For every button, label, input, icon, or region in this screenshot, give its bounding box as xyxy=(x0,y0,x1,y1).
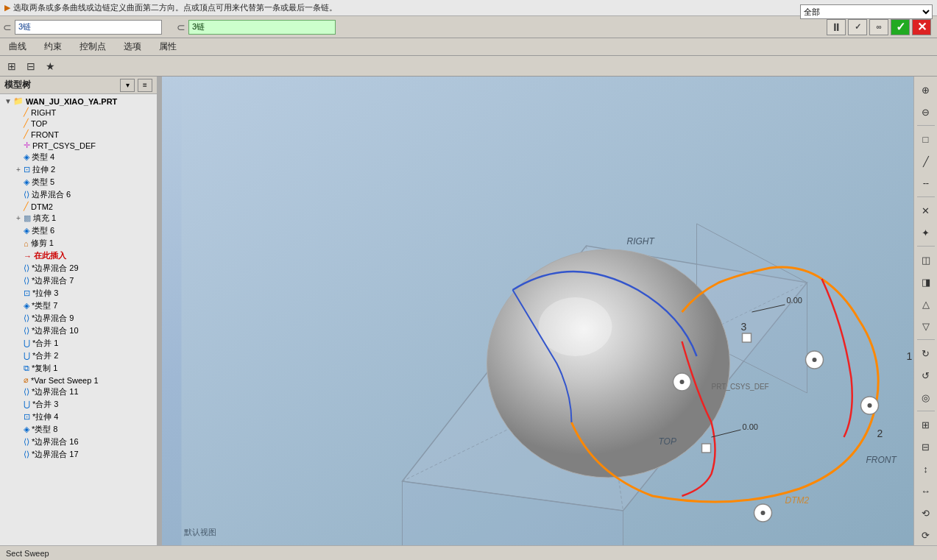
rt-collapse[interactable]: ⊟ xyxy=(916,436,936,457)
tree-item-extrude3[interactable]: ⊡ *拉伸 3 xyxy=(0,287,157,300)
tree-item-blend16[interactable]: ⟨⟩ *边界混合 16 xyxy=(0,436,157,448)
tree-item-blend11[interactable]: ⟨⟩ *边界混合 11 xyxy=(0,386,157,398)
viewport[interactable]: 1 2 3 0.00 0.00 RIGHT TOP FRONT DTM2 PRT… xyxy=(162,77,937,560)
tree-item-blend17[interactable]: ⟨⟩ *边界混合 17 xyxy=(0,448,157,461)
rt-zoom-in[interactable]: ⊕ xyxy=(916,79,936,100)
menu-properties[interactable]: 属性 xyxy=(156,39,180,54)
tree-item-top[interactable]: ╱ TOP xyxy=(0,118,157,129)
svg-text:TOP: TOP xyxy=(659,436,676,447)
rt-redo[interactable]: ⟳ xyxy=(916,525,936,545)
tree-item-fill1[interactable]: +▩ 填充 1 xyxy=(0,212,157,224)
svg-text:FRONT: FRONT xyxy=(866,455,898,465)
tree-item-merge3[interactable]: ⋃ *合并 3 xyxy=(0,398,157,411)
rt-cross[interactable]: ✕ xyxy=(916,200,936,221)
tree-icon-type5: ◈ xyxy=(24,177,29,187)
tree-item-blend9[interactable]: ⟨⟩ *边界混合 9 xyxy=(0,312,157,325)
status-text: Sect Sweep xyxy=(6,549,49,558)
tree-icon-blend16: ⟨⟩ xyxy=(24,437,29,447)
rt-rotate-ccw[interactable]: ↺ xyxy=(916,365,936,386)
chain2-group: ⊂ xyxy=(177,20,336,35)
global-filter[interactable]: 全部 xyxy=(800,4,933,19)
tree-item-blend10[interactable]: ⟨⟩ *边界混合 10 xyxy=(0,325,157,337)
tree-item-blend7[interactable]: ⟨⟩ *边界混合 7 xyxy=(0,274,157,287)
tree-icon-sweep1: ⌀ xyxy=(24,375,29,385)
rt-triangle-down[interactable]: ▽ xyxy=(916,316,936,336)
rt-rotate-cw[interactable]: ↻ xyxy=(916,343,936,364)
tree-item-type8[interactable]: ◈ *类型 8 xyxy=(0,423,157,436)
tree-item-merge2[interactable]: ⋃ *合并 2 xyxy=(0,350,157,362)
rt-rect[interactable]: □ xyxy=(916,129,936,149)
tree-settings-btn[interactable]: ▾ xyxy=(120,79,135,92)
tree-item-type4[interactable]: ◈ 类型 4 xyxy=(0,151,157,163)
tree-item-merge1[interactable]: ⋃ *合并 1 xyxy=(0,337,157,350)
rt-triangle-up[interactable]: △ xyxy=(916,294,936,314)
instruction-text: 选取两条或多条曲线或边链定义曲面第二方向。点或顶点可用来代替第一条或最后一条链。 xyxy=(13,2,337,13)
tree-item-right[interactable]: ╱ RIGHT xyxy=(0,107,157,118)
tree-icon-fill1: ▩ xyxy=(24,213,31,223)
tree-item-trim1[interactable]: ⌂ 修剪 1 xyxy=(0,237,157,249)
rt-reset[interactable]: ⟲ xyxy=(916,503,936,523)
rt-plane-remove[interactable]: ◨ xyxy=(916,272,936,292)
rt-dashed[interactable]: ╌ xyxy=(916,173,936,194)
svg-point-11 xyxy=(813,358,817,362)
tree-item-front[interactable]: ╱ FRONT xyxy=(0,129,157,140)
check2-button[interactable]: ∞ xyxy=(869,19,888,35)
tree-icon-blend29: ⟨⟩ xyxy=(24,263,29,273)
confirm-button[interactable]: ✓ xyxy=(891,19,910,35)
svg-text:RIGHT: RIGHT xyxy=(627,236,656,247)
rt-divider-2 xyxy=(917,196,935,197)
model-tree-body[interactable]: ▼ 📁 WAN_JU_XIAO_YA.PRT ╱ RIGHT╱ TOP╱ FRO… xyxy=(0,94,157,560)
tree-icon-blend17: ⟨⟩ xyxy=(24,450,29,459)
rt-expand[interactable]: ⊞ xyxy=(916,414,936,435)
rt-divider-1 xyxy=(917,125,935,126)
tree-label-blend11: *边界混合 11 xyxy=(32,386,79,397)
tree-item-blend29[interactable]: ⟨⟩ *边界混合 29 xyxy=(0,262,157,274)
check1-button[interactable]: ✓ xyxy=(848,19,867,35)
tree-item-dtm2[interactable]: ╱ DTM2 xyxy=(0,201,157,212)
rt-target[interactable]: ◎ xyxy=(916,387,936,408)
rt-plane-add[interactable]: ◫ xyxy=(916,249,936,270)
tree-item-type7[interactable]: ◈ *类型 7 xyxy=(0,300,157,312)
chain1-input[interactable] xyxy=(15,20,162,35)
tree-root[interactable]: ▼ 📁 WAN_JU_XIAO_YA.PRT xyxy=(0,96,157,107)
cancel-button[interactable]: ✕ xyxy=(912,19,931,35)
tree-label-blend16: *边界混合 16 xyxy=(32,436,79,447)
menu-options[interactable]: 选项 xyxy=(121,39,144,54)
tree-item-extrude2[interactable]: +⊡ 拉伸 2 xyxy=(0,163,157,176)
tree-label-extrude2: 拉伸 2 xyxy=(32,164,55,175)
tree-icon-copy1: ⧉ xyxy=(24,364,29,373)
svg-point-13 xyxy=(868,403,872,408)
tree-icon-type4: ◈ xyxy=(24,152,29,162)
menu-constraints[interactable]: 约束 xyxy=(41,39,65,54)
rt-arrows-h[interactable]: ↔ xyxy=(916,481,936,501)
tb-icon-star[interactable]: ★ xyxy=(41,57,59,75)
rt-zoom-out[interactable]: ⊖ xyxy=(916,102,936,122)
tree-item-prt_csys_def[interactable]: ✛ PRT_CSYS_DEF xyxy=(0,140,157,151)
tree-item-inserthere[interactable]: → 在此插入 xyxy=(0,249,157,262)
svg-point-15 xyxy=(761,511,765,515)
tree-icon-dtm2: ╱ xyxy=(24,202,29,211)
tree-icon-right: ╱ xyxy=(24,107,29,117)
menu-control-points[interactable]: 控制点 xyxy=(77,39,109,54)
tb-icon-plane[interactable]: ⊟ xyxy=(22,57,40,75)
pause-button[interactable]: ⏸ xyxy=(827,19,846,35)
rt-star-plus[interactable]: ✦ xyxy=(916,222,936,243)
rt-arrows-v[interactable]: ↕ xyxy=(916,458,936,479)
tree-label-merge2: *合并 2 xyxy=(32,350,58,361)
tree-filter-btn[interactable]: ≡ xyxy=(138,79,152,92)
tb-icon-grid[interactable]: ⊞ xyxy=(3,57,21,75)
tree-item-sweep1[interactable]: ⌀ *Var Sect Sweep 1 xyxy=(0,375,157,386)
tree-item-blend6[interactable]: ⟨⟩ 边界混合 6 xyxy=(0,188,157,201)
tree-label-right: RIGHT xyxy=(31,108,56,117)
tree-label-blend7: *边界混合 7 xyxy=(32,275,74,286)
svg-text:2: 2 xyxy=(877,428,883,439)
chain2-input[interactable] xyxy=(188,20,336,35)
menu-curves[interactable]: 曲线 xyxy=(6,39,29,54)
tree-item-copy1[interactable]: ⧉ *复制 1 xyxy=(0,362,157,375)
tree-label-extrude4: *拉伸 4 xyxy=(32,411,58,422)
tree-item-type6[interactable]: ◈ 类型 6 xyxy=(0,224,157,237)
tree-icon-extrude2: ⊡ xyxy=(24,165,30,174)
rt-line[interactable]: ╱ xyxy=(916,151,936,171)
tree-item-extrude4[interactable]: ⊡ *拉伸 4 xyxy=(0,411,157,423)
tree-item-type5[interactable]: ◈ 类型 5 xyxy=(0,176,157,188)
